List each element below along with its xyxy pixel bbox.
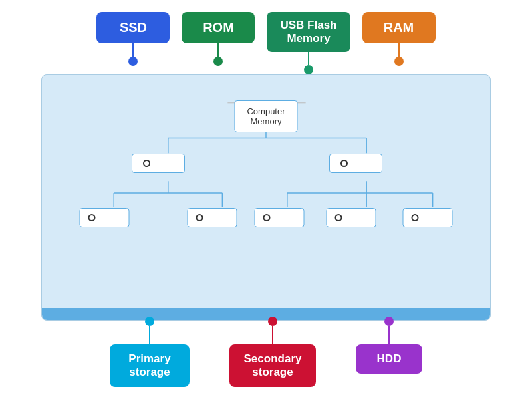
ssd-label: SSD xyxy=(96,12,170,43)
l2-3-circle xyxy=(263,214,271,221)
root-node: ComputerMemory xyxy=(234,100,297,132)
usb-connector-dot xyxy=(304,65,313,74)
primary-line xyxy=(149,326,150,344)
rom-label: ROM xyxy=(182,12,255,43)
top-label-usb: USB FlashMemory xyxy=(267,12,350,74)
bottom-label-primary: Primarystorage xyxy=(110,317,190,387)
l2-node-5 xyxy=(402,208,452,227)
l2-node-2 xyxy=(188,208,237,227)
top-label-rom: ROM xyxy=(182,12,255,74)
ram-connector-line xyxy=(398,43,400,57)
l2-4-circle xyxy=(335,214,342,221)
l2-node-3 xyxy=(255,208,305,227)
l2-5-circle xyxy=(411,214,418,221)
bottom-label-secondary: Secondarystorage xyxy=(229,317,316,387)
ram-label: RAM xyxy=(362,12,436,43)
l1-left-circle xyxy=(143,160,150,167)
ssd-connector-dot xyxy=(128,57,138,66)
diagram-area: ComputerMemory xyxy=(41,74,491,321)
usb-connector-line xyxy=(308,52,309,65)
secondary-dot xyxy=(268,317,277,326)
top-label-ram: RAM xyxy=(362,12,436,74)
l1-right-circle xyxy=(340,160,348,167)
rom-connector-line xyxy=(217,43,219,57)
l2-node-1 xyxy=(80,208,130,227)
bottom-label-hdd: HDD xyxy=(356,317,422,387)
l1-left-node xyxy=(132,154,185,173)
usb-label: USB FlashMemory xyxy=(267,12,350,52)
primary-dot xyxy=(145,317,154,326)
l2-node-4 xyxy=(327,208,376,227)
l2-1-circle xyxy=(88,214,96,221)
secondary-label: Secondarystorage xyxy=(229,344,316,387)
hdd-label: HDD xyxy=(356,344,422,374)
l1-right-node xyxy=(329,154,382,173)
top-label-ssd: SSD xyxy=(96,12,170,74)
rom-connector-dot xyxy=(213,57,223,66)
ram-connector-dot xyxy=(394,57,404,66)
secondary-line xyxy=(272,326,273,344)
primary-label: Primarystorage xyxy=(110,344,190,387)
hdd-line xyxy=(388,326,390,344)
hdd-dot xyxy=(384,317,394,326)
ssd-connector-line xyxy=(132,43,134,57)
l2-2-circle xyxy=(196,214,203,221)
